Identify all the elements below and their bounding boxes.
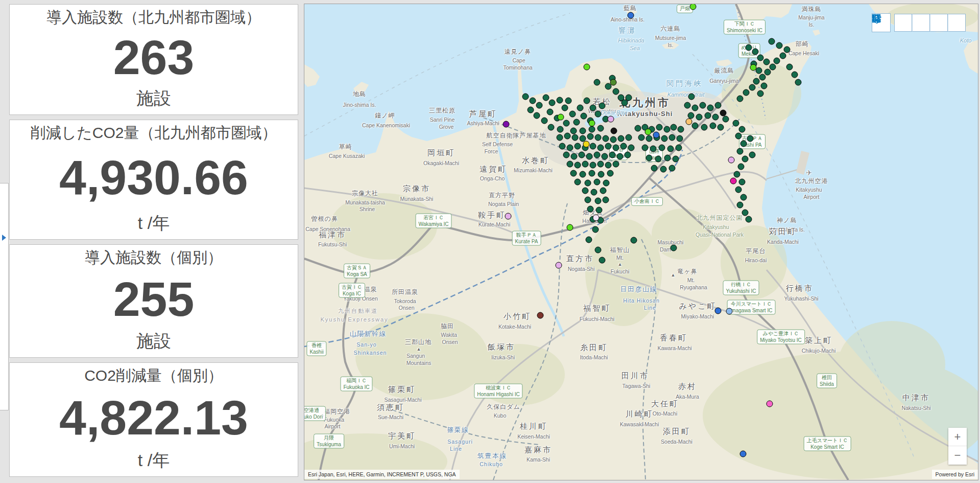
facility-marker[interactable] — [678, 126, 684, 133]
facility-marker[interactable] — [764, 69, 771, 76]
facility-marker[interactable] — [584, 98, 590, 104]
facility-marker[interactable] — [558, 114, 564, 121]
facility-marker[interactable] — [720, 110, 727, 117]
facility-marker[interactable] — [737, 148, 744, 155]
facility-marker[interactable] — [723, 116, 729, 123]
facility-marker[interactable] — [664, 155, 671, 162]
facility-marker[interactable] — [735, 187, 742, 193]
facility-marker[interactable] — [610, 136, 617, 143]
facility-marker[interactable] — [763, 59, 770, 65]
facility-marker[interactable] — [613, 161, 619, 168]
facility-marker[interactable] — [740, 451, 747, 457]
facility-marker[interactable] — [599, 257, 606, 264]
facility-marker[interactable] — [667, 146, 674, 152]
facility-marker[interactable] — [692, 123, 699, 129]
facility-marker[interactable] — [589, 120, 595, 127]
facility-marker[interactable] — [594, 152, 601, 158]
facility-marker[interactable] — [582, 161, 589, 168]
facility-marker[interactable] — [595, 198, 602, 204]
facility-marker[interactable] — [770, 64, 776, 71]
facility-marker[interactable] — [750, 64, 757, 71]
facility-marker[interactable] — [595, 134, 602, 141]
facility-marker[interactable] — [749, 84, 756, 91]
facility-marker[interactable] — [579, 152, 585, 158]
home-button[interactable] — [894, 14, 912, 32]
facility-marker[interactable] — [610, 79, 617, 86]
facility-marker[interactable] — [583, 141, 590, 148]
facility-marker[interactable] — [548, 124, 555, 131]
facility-marker[interactable] — [594, 79, 601, 86]
facility-marker[interactable] — [580, 128, 586, 134]
facility-marker[interactable] — [740, 194, 747, 201]
facility-marker[interactable] — [774, 58, 780, 64]
basemap-gallery-button[interactable] — [948, 14, 966, 32]
facility-marker[interactable] — [537, 312, 544, 319]
facility-marker[interactable] — [557, 126, 564, 133]
facility-marker[interactable] — [570, 170, 577, 177]
facility-marker[interactable] — [528, 107, 534, 113]
facility-marker[interactable] — [635, 125, 641, 132]
facility-marker[interactable] — [746, 44, 752, 51]
facility-marker[interactable] — [505, 213, 512, 220]
facility-marker[interactable] — [608, 116, 614, 123]
facility-marker[interactable] — [661, 135, 668, 142]
facility-marker[interactable] — [575, 162, 581, 169]
facility-marker[interactable] — [596, 207, 603, 214]
facility-marker[interactable] — [780, 53, 786, 59]
facility-marker[interactable] — [747, 135, 754, 142]
facility-marker[interactable] — [671, 124, 677, 131]
facility-marker[interactable] — [734, 171, 740, 178]
facility-marker[interactable] — [718, 124, 724, 131]
facility-marker[interactable] — [611, 128, 617, 134]
facility-marker[interactable] — [503, 121, 510, 128]
facility-marker[interactable] — [594, 179, 601, 186]
facility-marker[interactable] — [738, 164, 745, 170]
facility-marker[interactable] — [602, 153, 608, 160]
facility-marker[interactable] — [677, 135, 683, 142]
facility-marker[interactable] — [737, 202, 744, 209]
facility-marker[interactable] — [605, 143, 612, 150]
facility-marker[interactable] — [580, 171, 586, 178]
facility-marker[interactable] — [595, 247, 602, 254]
facility-marker[interactable] — [575, 179, 581, 186]
facility-marker[interactable] — [696, 114, 703, 121]
facility-marker[interactable] — [626, 95, 632, 101]
facility-marker[interactable] — [613, 88, 619, 95]
facility-marker[interactable] — [660, 166, 667, 173]
facility-marker[interactable] — [742, 210, 749, 216]
facility-marker[interactable] — [739, 179, 746, 186]
facility-marker[interactable] — [646, 155, 653, 162]
facility-marker[interactable] — [569, 111, 576, 118]
facility-marker[interactable] — [739, 126, 746, 133]
facility-marker[interactable] — [664, 126, 671, 133]
facility-marker[interactable] — [607, 170, 614, 177]
facility-marker[interactable] — [565, 98, 572, 104]
facility-marker[interactable] — [530, 98, 536, 104]
facility-marker[interactable] — [567, 145, 573, 151]
facility-marker[interactable] — [646, 135, 653, 142]
facility-marker[interactable] — [543, 95, 549, 101]
facility-marker[interactable] — [656, 124, 663, 131]
facility-marker[interactable] — [564, 133, 571, 140]
facility-marker[interactable] — [692, 105, 699, 111]
facility-marker[interactable] — [605, 162, 612, 169]
facility-marker[interactable] — [562, 105, 568, 111]
facility-marker[interactable] — [522, 94, 529, 100]
layers-button[interactable] — [930, 14, 948, 32]
facility-marker[interactable] — [549, 100, 556, 106]
facility-marker[interactable] — [638, 134, 645, 141]
facility-marker[interactable] — [769, 38, 775, 45]
facility-marker[interactable] — [690, 4, 697, 10]
facility-marker[interactable] — [728, 157, 735, 164]
facility-marker[interactable] — [559, 143, 566, 150]
facility-marker[interactable] — [590, 105, 596, 111]
facility-marker[interactable] — [585, 197, 591, 203]
facility-marker[interactable] — [655, 156, 662, 163]
facility-marker[interactable] — [603, 197, 609, 203]
facility-marker[interactable] — [686, 119, 692, 125]
facility-marker[interactable] — [597, 125, 604, 132]
facility-marker[interactable] — [575, 143, 581, 150]
facility-marker[interactable] — [628, 12, 634, 19]
facility-marker[interactable] — [740, 141, 747, 147]
facility-marker[interactable] — [567, 224, 573, 231]
